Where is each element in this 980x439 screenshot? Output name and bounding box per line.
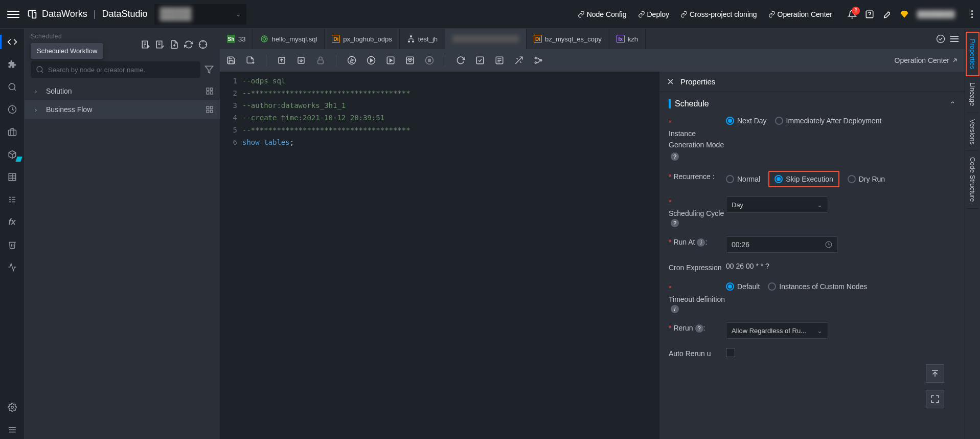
time-field[interactable] bbox=[732, 240, 821, 249]
tab-redacted[interactable] bbox=[445, 29, 527, 49]
select-rerun[interactable]: Allow Regardless of Ru... ⌄ bbox=[726, 322, 828, 339]
kebab-menu[interactable] bbox=[971, 10, 973, 18]
notifications-button[interactable]: 2 bbox=[848, 10, 857, 19]
wrench-icon[interactable] bbox=[882, 10, 892, 19]
format-button[interactable] bbox=[494, 55, 505, 65]
reload-button[interactable] bbox=[455, 55, 466, 65]
radio-immediately[interactable]: Immediately After Deployment bbox=[775, 117, 882, 125]
rail-list[interactable] bbox=[0, 190, 25, 209]
radio-timeout-custom[interactable]: Instances of Custom Nodes bbox=[768, 282, 867, 291]
search-input[interactable] bbox=[48, 66, 195, 74]
radio-next-day[interactable]: Next Day bbox=[726, 117, 767, 125]
help-icon[interactable]: ? bbox=[695, 324, 703, 333]
scroll-top-button[interactable] bbox=[926, 364, 944, 383]
search-box[interactable] bbox=[31, 61, 200, 78]
save-button[interactable] bbox=[226, 55, 236, 65]
time-input[interactable] bbox=[726, 236, 838, 253]
workspace-selector[interactable]: ████████████████ ⌄ bbox=[154, 4, 246, 25]
right-tab-code-structure[interactable]: Code Structure bbox=[967, 151, 978, 208]
info-icon[interactable]: i bbox=[671, 305, 679, 313]
grid-icon[interactable] bbox=[206, 105, 214, 114]
tree-item-business-flow[interactable]: › Business Flow bbox=[25, 100, 220, 119]
help-icon[interactable]: ? bbox=[671, 152, 679, 161]
label-text: Recurrence : bbox=[673, 171, 714, 182]
rail-table[interactable] bbox=[0, 168, 25, 186]
help-icon[interactable] bbox=[865, 10, 874, 19]
side-header: Scheduled Scheduled Workflow bbox=[25, 29, 220, 44]
radio-skip-execution[interactable]: Skip Execution bbox=[768, 171, 839, 187]
cost-button[interactable] bbox=[347, 55, 357, 65]
tab-hello-mysql[interactable]: hello_mysql.sql bbox=[253, 29, 325, 49]
row-sched-cycle: *Scheduling Cycle ? Day ⌄ bbox=[669, 196, 955, 227]
deploy-link[interactable]: Deploy bbox=[638, 10, 670, 18]
new-file-icon[interactable] bbox=[170, 40, 179, 49]
radio-timeout-default[interactable]: Default bbox=[726, 282, 760, 291]
svg-point-34 bbox=[409, 59, 412, 62]
filter-icon[interactable] bbox=[204, 65, 214, 74]
right-tab-versions[interactable]: Versions bbox=[967, 113, 978, 151]
right-tab-lineage[interactable]: Lineage bbox=[967, 76, 978, 113]
separator bbox=[266, 55, 266, 66]
close-button[interactable]: ✕ bbox=[667, 76, 674, 87]
stop-button[interactable] bbox=[424, 55, 435, 65]
right-tab-properties[interactable]: Properties bbox=[966, 32, 979, 76]
list-check-icon[interactable] bbox=[155, 40, 165, 49]
submit-button[interactable] bbox=[277, 55, 287, 65]
module-name[interactable]: DataStudio bbox=[102, 9, 147, 19]
tab-test-jh[interactable]: test_jh bbox=[400, 29, 445, 49]
beautify-button[interactable] bbox=[514, 55, 524, 65]
lineage-button[interactable] bbox=[533, 55, 543, 65]
rail-fx[interactable]: fx bbox=[0, 213, 25, 231]
check-circle-icon[interactable] bbox=[936, 34, 945, 43]
fullscreen-button[interactable] bbox=[926, 390, 944, 408]
svg-rect-16 bbox=[210, 106, 213, 109]
run-selected-button[interactable] bbox=[385, 55, 396, 65]
rail-activity[interactable] bbox=[0, 258, 25, 276]
svg-point-9 bbox=[37, 67, 42, 72]
tab-kzh[interactable]: fxkzh bbox=[609, 29, 646, 49]
run-button[interactable] bbox=[366, 55, 376, 65]
rail-history[interactable] bbox=[0, 100, 25, 119]
grid-icon[interactable] bbox=[206, 87, 214, 95]
rail-extension[interactable] bbox=[0, 55, 25, 74]
radio-dry-run[interactable]: Dry Run bbox=[848, 175, 885, 183]
code-editor[interactable]: --odps sql--****************************… bbox=[242, 72, 659, 439]
control-run-at bbox=[726, 236, 955, 253]
tab-33[interactable]: Sh33 bbox=[220, 29, 253, 49]
rail-search[interactable] bbox=[0, 78, 25, 96]
tabs-menu[interactable] bbox=[950, 36, 959, 42]
list-add-icon[interactable] bbox=[141, 40, 150, 49]
crosshair-icon[interactable] bbox=[198, 40, 208, 49]
operation-center-link[interactable]: Operation Center bbox=[768, 10, 832, 18]
select-cycle[interactable]: Day ⌄ bbox=[726, 196, 828, 213]
info-icon[interactable]: i bbox=[697, 238, 705, 247]
rail-settings[interactable] bbox=[0, 398, 25, 416]
rail-trash[interactable] bbox=[0, 235, 25, 254]
refresh-icon[interactable] bbox=[184, 40, 193, 49]
chevron-down-icon: ⌄ bbox=[817, 327, 823, 335]
rail-briefcase[interactable] bbox=[0, 123, 25, 141]
rail-collapse[interactable] bbox=[0, 421, 25, 439]
help-icon[interactable]: ? bbox=[671, 219, 679, 227]
preview-button[interactable] bbox=[405, 55, 415, 65]
tab-px-loghub[interactable]: Dipx_loghub_odps bbox=[325, 29, 399, 49]
link-icon bbox=[768, 11, 776, 18]
radio-normal[interactable]: Normal bbox=[726, 175, 760, 183]
checkbox-auto-rerun[interactable] bbox=[726, 348, 735, 357]
diamond-icon[interactable] bbox=[900, 10, 909, 19]
submit-deploy-button[interactable] bbox=[296, 55, 306, 65]
hamburger-menu[interactable] bbox=[7, 8, 19, 20]
rail-cube[interactable] bbox=[0, 145, 25, 164]
tab-label: px_loghub_odps bbox=[343, 35, 392, 43]
tree-item-solution[interactable]: › Solution bbox=[25, 82, 220, 100]
tab-bz-mysql[interactable]: Dibz_mysql_es_copy bbox=[527, 29, 609, 49]
lock-button[interactable] bbox=[315, 55, 326, 65]
section-head[interactable]: Schedule ⌃ bbox=[669, 99, 955, 108]
operation-center-toolbar-link[interactable]: Operation Center bbox=[895, 56, 959, 64]
validate-button[interactable] bbox=[475, 55, 485, 65]
cross-project-link[interactable]: Cross-project cloning bbox=[680, 10, 757, 18]
rail-code[interactable] bbox=[0, 33, 25, 51]
node-config-link[interactable]: Node Config bbox=[578, 10, 627, 18]
chevron-up-icon: ⌃ bbox=[950, 100, 955, 108]
save-as-button[interactable] bbox=[245, 55, 256, 65]
